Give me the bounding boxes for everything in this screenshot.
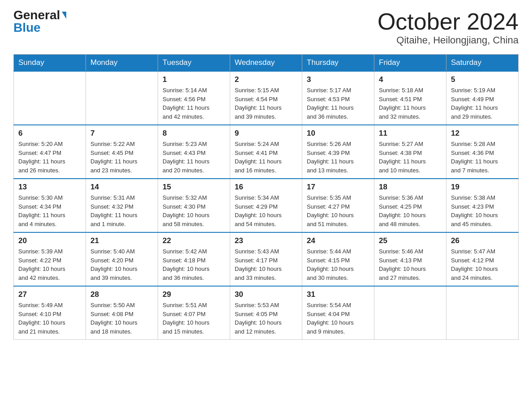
- day-number: 24: [307, 236, 369, 245]
- calendar-cell: 4Sunrise: 5:18 AMSunset: 4:51 PMDaylight…: [374, 71, 446, 125]
- week-row-2: 6Sunrise: 5:20 AMSunset: 4:47 PMDaylight…: [14, 125, 519, 179]
- calendar-cell: 13Sunrise: 5:30 AMSunset: 4:34 PMDayligh…: [14, 179, 86, 232]
- day-number: 30: [235, 290, 297, 299]
- calendar-cell: 3Sunrise: 5:17 AMSunset: 4:53 PMDaylight…: [302, 71, 374, 125]
- day-info: Sunrise: 5:31 AMSunset: 4:32 PMDaylight:…: [90, 193, 153, 228]
- day-info: Sunrise: 5:50 AMSunset: 4:08 PMDaylight:…: [90, 301, 153, 336]
- day-info: Sunrise: 5:26 AMSunset: 4:39 PMDaylight:…: [307, 140, 369, 175]
- calendar-cell: 5Sunrise: 5:19 AMSunset: 4:49 PMDaylight…: [446, 71, 519, 125]
- day-info: Sunrise: 5:22 AMSunset: 4:45 PMDaylight:…: [90, 140, 153, 175]
- day-number: 31: [307, 290, 369, 299]
- calendar-cell: 18Sunrise: 5:36 AMSunset: 4:25 PMDayligh…: [374, 179, 446, 232]
- day-number: 26: [451, 236, 514, 245]
- day-number: 28: [90, 290, 153, 299]
- day-number: 2: [235, 75, 297, 84]
- calendar-cell: 12Sunrise: 5:28 AMSunset: 4:36 PMDayligh…: [446, 125, 519, 179]
- day-info: Sunrise: 5:14 AMSunset: 4:56 PMDaylight:…: [163, 86, 225, 121]
- calendar-cell: 10Sunrise: 5:26 AMSunset: 4:39 PMDayligh…: [302, 125, 374, 179]
- calendar-header-row: SundayMondayTuesdayWednesdayThursdayFrid…: [14, 55, 519, 72]
- calendar-cell: 17Sunrise: 5:35 AMSunset: 4:27 PMDayligh…: [302, 179, 374, 232]
- calendar-cell: 7Sunrise: 5:22 AMSunset: 4:45 PMDaylight…: [86, 125, 158, 179]
- calendar-cell: [446, 286, 519, 340]
- day-info: Sunrise: 5:39 AMSunset: 4:22 PMDaylight:…: [18, 247, 81, 282]
- day-info: Sunrise: 5:20 AMSunset: 4:47 PMDaylight:…: [18, 140, 81, 175]
- day-info: Sunrise: 5:38 AMSunset: 4:23 PMDaylight:…: [451, 193, 514, 228]
- day-info: Sunrise: 5:34 AMSunset: 4:29 PMDaylight:…: [235, 193, 297, 228]
- week-row-5: 27Sunrise: 5:49 AMSunset: 4:10 PMDayligh…: [14, 286, 519, 340]
- day-number: 11: [379, 129, 442, 138]
- day-info: Sunrise: 5:15 AMSunset: 4:54 PMDaylight:…: [235, 86, 297, 121]
- week-row-3: 13Sunrise: 5:30 AMSunset: 4:34 PMDayligh…: [14, 179, 519, 232]
- week-row-1: 1Sunrise: 5:14 AMSunset: 4:56 PMDaylight…: [14, 71, 519, 125]
- location-title: Qitaihe, Heilongjiang, China: [378, 34, 519, 46]
- day-number: 7: [90, 129, 153, 138]
- calendar-cell: 25Sunrise: 5:46 AMSunset: 4:13 PMDayligh…: [374, 232, 446, 286]
- day-number: 16: [235, 183, 297, 192]
- day-number: 27: [18, 290, 81, 299]
- day-number: 13: [18, 183, 81, 192]
- day-info: Sunrise: 5:44 AMSunset: 4:15 PMDaylight:…: [307, 247, 369, 282]
- day-info: Sunrise: 5:42 AMSunset: 4:18 PMDaylight:…: [163, 247, 225, 282]
- calendar-header-monday: Monday: [86, 55, 158, 72]
- day-number: 5: [451, 75, 514, 84]
- day-info: Sunrise: 5:18 AMSunset: 4:51 PMDaylight:…: [379, 86, 442, 121]
- calendar-cell: [14, 71, 86, 125]
- day-number: 12: [451, 129, 514, 138]
- calendar-header-tuesday: Tuesday: [158, 55, 230, 72]
- calendar-cell: 6Sunrise: 5:20 AMSunset: 4:47 PMDaylight…: [14, 125, 86, 179]
- day-number: 14: [90, 183, 153, 192]
- day-number: 1: [163, 75, 225, 84]
- month-title: October 2024: [378, 9, 519, 34]
- day-info: Sunrise: 5:54 AMSunset: 4:04 PMDaylight:…: [307, 301, 369, 336]
- page-header: General Blue October 2024 Qitaihe, Heilo…: [13, 9, 519, 46]
- day-number: 18: [379, 183, 442, 192]
- calendar-cell: 30Sunrise: 5:53 AMSunset: 4:05 PMDayligh…: [230, 286, 302, 340]
- day-info: Sunrise: 5:35 AMSunset: 4:27 PMDaylight:…: [307, 193, 369, 228]
- week-row-4: 20Sunrise: 5:39 AMSunset: 4:22 PMDayligh…: [14, 232, 519, 286]
- day-info: Sunrise: 5:28 AMSunset: 4:36 PMDaylight:…: [451, 140, 514, 175]
- day-number: 6: [18, 129, 81, 138]
- calendar-cell: 2Sunrise: 5:15 AMSunset: 4:54 PMDaylight…: [230, 71, 302, 125]
- calendar-cell: 21Sunrise: 5:40 AMSunset: 4:20 PMDayligh…: [86, 232, 158, 286]
- day-number: 23: [235, 236, 297, 245]
- logo-general-text: General: [13, 9, 60, 21]
- calendar-cell: 14Sunrise: 5:31 AMSunset: 4:32 PMDayligh…: [86, 179, 158, 232]
- day-number: 20: [18, 236, 81, 245]
- day-info: Sunrise: 5:47 AMSunset: 4:12 PMDaylight:…: [451, 247, 514, 282]
- calendar-cell: 23Sunrise: 5:43 AMSunset: 4:17 PMDayligh…: [230, 232, 302, 286]
- calendar-cell: 1Sunrise: 5:14 AMSunset: 4:56 PMDaylight…: [158, 71, 230, 125]
- day-info: Sunrise: 5:19 AMSunset: 4:49 PMDaylight:…: [451, 86, 514, 121]
- day-number: 15: [163, 183, 225, 192]
- title-section: October 2024 Qitaihe, Heilongjiang, Chin…: [378, 9, 519, 46]
- logo: General Blue: [13, 9, 66, 34]
- day-info: Sunrise: 5:49 AMSunset: 4:10 PMDaylight:…: [18, 301, 81, 336]
- day-info: Sunrise: 5:46 AMSunset: 4:13 PMDaylight:…: [379, 247, 442, 282]
- calendar-cell: 9Sunrise: 5:24 AMSunset: 4:41 PMDaylight…: [230, 125, 302, 179]
- day-info: Sunrise: 5:24 AMSunset: 4:41 PMDaylight:…: [235, 140, 297, 175]
- calendar-cell: 28Sunrise: 5:50 AMSunset: 4:08 PMDayligh…: [86, 286, 158, 340]
- day-info: Sunrise: 5:51 AMSunset: 4:07 PMDaylight:…: [163, 301, 225, 336]
- day-info: Sunrise: 5:32 AMSunset: 4:30 PMDaylight:…: [163, 193, 225, 228]
- calendar-cell: 16Sunrise: 5:34 AMSunset: 4:29 PMDayligh…: [230, 179, 302, 232]
- calendar-header-friday: Friday: [374, 55, 446, 72]
- calendar-cell: 22Sunrise: 5:42 AMSunset: 4:18 PMDayligh…: [158, 232, 230, 286]
- day-number: 21: [90, 236, 153, 245]
- calendar-cell: 15Sunrise: 5:32 AMSunset: 4:30 PMDayligh…: [158, 179, 230, 232]
- calendar-header-sunday: Sunday: [14, 55, 86, 72]
- calendar-cell: 19Sunrise: 5:38 AMSunset: 4:23 PMDayligh…: [446, 179, 519, 232]
- calendar-cell: [86, 71, 158, 125]
- calendar-cell: 20Sunrise: 5:39 AMSunset: 4:22 PMDayligh…: [14, 232, 86, 286]
- day-number: 10: [307, 129, 369, 138]
- logo-triangle-icon: [62, 12, 66, 19]
- day-number: 17: [307, 183, 369, 192]
- day-number: 3: [307, 75, 369, 84]
- day-info: Sunrise: 5:17 AMSunset: 4:53 PMDaylight:…: [307, 86, 369, 121]
- calendar-cell: 11Sunrise: 5:27 AMSunset: 4:38 PMDayligh…: [374, 125, 446, 179]
- day-number: 4: [379, 75, 442, 84]
- calendar-cell: 27Sunrise: 5:49 AMSunset: 4:10 PMDayligh…: [14, 286, 86, 340]
- calendar-cell: 8Sunrise: 5:23 AMSunset: 4:43 PMDaylight…: [158, 125, 230, 179]
- calendar-table: SundayMondayTuesdayWednesdayThursdayFrid…: [13, 54, 519, 340]
- calendar-header-wednesday: Wednesday: [230, 55, 302, 72]
- calendar-cell: 26Sunrise: 5:47 AMSunset: 4:12 PMDayligh…: [446, 232, 519, 286]
- day-number: 29: [163, 290, 225, 299]
